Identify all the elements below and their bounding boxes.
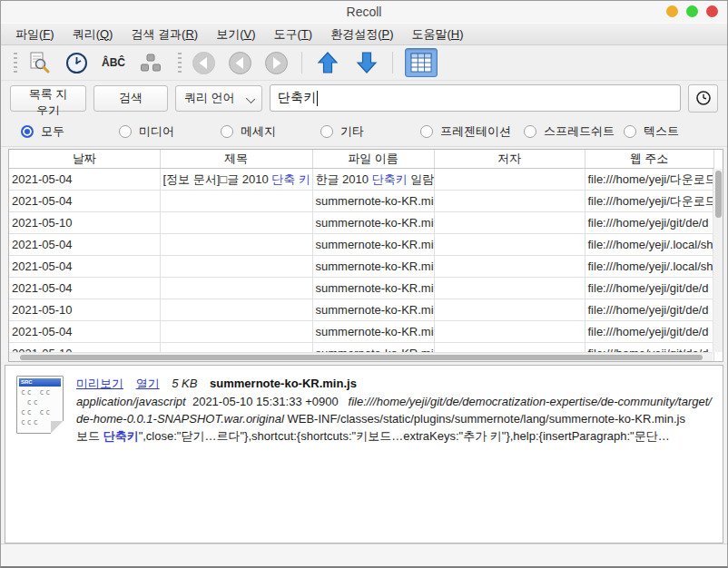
title-cell xyxy=(160,234,312,256)
preview-text: 미리보기 열기 5 KB summernote-ko-KR.min.js app… xyxy=(76,376,712,533)
vertical-scrollbar-thumb[interactable] xyxy=(715,171,722,218)
date-cell: 2021-05-10 xyxy=(9,212,160,234)
modified-date: 2021-05-10 15:31:33 +0900 xyxy=(192,395,339,408)
source-file-icon: SRC cc cc cc cc cc ccc xyxy=(16,376,64,434)
preview-link[interactable]: 미리보기 xyxy=(76,377,123,390)
author-cell xyxy=(434,278,585,299)
menu-item-h[interactable]: 도움말(H) xyxy=(403,24,473,45)
toolbar-grip[interactable] xyxy=(178,53,182,73)
document-history-button[interactable] xyxy=(63,49,90,76)
radio-icon xyxy=(524,125,536,138)
menu-item-p[interactable]: 환경설정(P) xyxy=(321,24,402,45)
maximize-icon[interactable] xyxy=(686,5,698,17)
radio-icon xyxy=(21,125,34,138)
search-button[interactable]: 검색 xyxy=(93,85,168,112)
url-cell: file:///home/yeji/git/de/d xyxy=(585,299,713,321)
url-cell: file:///home/yeji/git/de/d xyxy=(585,321,713,343)
status-bar xyxy=(1,544,727,566)
arrow-right-circle-icon xyxy=(264,51,289,75)
previous-page-button[interactable] xyxy=(226,49,253,76)
filename-cell: summernote-ko-KR.min xyxy=(312,234,434,256)
table-row[interactable]: 2021-05-04[정보 문서]□글 2010 단축 키 일람표한글 2010… xyxy=(9,169,713,191)
date-cell: 2021-05-10 xyxy=(9,299,160,321)
table-row[interactable]: 2021-05-04summernote-ko-KR.minfile:///ho… xyxy=(9,321,713,343)
column-header-3[interactable]: 저자 xyxy=(434,150,585,169)
filename-cell: summernote-ko-KR.min xyxy=(312,256,434,278)
horizontal-scrollbar[interactable] xyxy=(9,352,713,361)
scroll-up-button[interactable] xyxy=(314,49,341,76)
arrow-left-circle-icon xyxy=(192,51,216,75)
advanced-search-button[interactable] xyxy=(25,49,53,76)
arrow-up-icon xyxy=(316,51,339,74)
url-cell: file:///home/yeji/다운로드 xyxy=(585,169,713,191)
table-row[interactable]: 2021-05-04summernote-ko-KR.minfile:///ho… xyxy=(9,191,713,212)
next-page-button[interactable] xyxy=(262,49,290,76)
filter-radio-2[interactable]: 메세지 xyxy=(221,123,276,140)
window-titlebar: Recoll xyxy=(1,1,727,23)
close-icon[interactable] xyxy=(706,5,718,17)
filename-cell: summernote-ko-KR.min xyxy=(312,212,434,234)
scroll-down-button[interactable] xyxy=(353,49,380,76)
file-name: summernote-ko-KR.min.js xyxy=(210,377,357,390)
table-row[interactable]: 2021-05-10summernote-ko-KR.minfile:///ho… xyxy=(9,212,713,234)
filter-radio-4[interactable]: 프레젠테이션 xyxy=(420,123,511,140)
table-row[interactable]: 2021-05-04summernote-ko-KR.minfile:///ho… xyxy=(9,234,713,256)
filter-radio-5[interactable]: 스프레드쉬트 xyxy=(524,123,615,140)
menu-item-v[interactable]: 보기(V) xyxy=(207,24,264,45)
menu-item-t[interactable]: 도구(T) xyxy=(265,24,322,45)
column-header-2[interactable]: 파일 이름 xyxy=(312,150,434,169)
category-blocks-icon xyxy=(140,52,162,73)
menu-item-r[interactable]: 검색 결과(R) xyxy=(122,24,207,45)
search-history-button[interactable] xyxy=(688,84,718,113)
title-cell xyxy=(160,321,312,343)
toolbar: ÂBĈ xyxy=(1,45,727,81)
menubar: 파일(F)쿼리(Q)검색 결과(R)보기(V)도구(T)환경설정(P)도움말(H… xyxy=(1,23,727,45)
query-mode-select[interactable]: 쿼리 언어 xyxy=(175,85,262,112)
column-header-4[interactable]: 웹 주소 xyxy=(585,150,713,169)
term-explorer-button[interactable]: ÂBĈ xyxy=(100,49,127,76)
author-cell xyxy=(434,191,585,212)
url-cell: file:///home/yeji/git/de/d xyxy=(585,212,713,234)
radio-icon xyxy=(320,125,333,138)
table-row[interactable]: 2021-05-04summernote-ko-KR.minfile:///ho… xyxy=(9,256,713,278)
filter-radio-0[interactable]: 모두 xyxy=(21,123,64,140)
vertical-scrollbar[interactable] xyxy=(713,169,723,352)
minimize-icon[interactable] xyxy=(666,5,678,17)
column-header-1[interactable]: 제목 xyxy=(160,150,312,169)
filter-label: 기타 xyxy=(340,123,364,140)
clear-list-button[interactable]: 목록 지우기 xyxy=(10,85,86,112)
title-cell xyxy=(160,256,312,278)
results-tbody: 2021-05-04[정보 문서]□글 2010 단축 키 일람표한글 2010… xyxy=(9,169,713,363)
results-area: 날짜제목파일 이름저자웹 주소 2021-05-04[정보 문서]□글 2010… xyxy=(8,149,723,362)
filter-radio-1[interactable]: 미디어 xyxy=(119,123,174,140)
filter-radio-6[interactable]: 텍스트 xyxy=(624,123,679,140)
author-cell xyxy=(434,169,585,191)
search-input[interactable]: 단축키 xyxy=(270,84,681,112)
column-header-0[interactable]: 날짜 xyxy=(9,150,160,169)
open-link[interactable]: 열기 xyxy=(136,377,160,390)
horizontal-scrollbar-thumb[interactable] xyxy=(20,355,703,360)
filter-label: 미디어 xyxy=(139,123,174,140)
menu-item-q[interactable]: 쿼리(Q) xyxy=(64,24,123,45)
snippet-text: 보드 단축키",close:"닫기…르다"},shortcut:{shortcu… xyxy=(76,428,712,446)
table-icon xyxy=(410,53,432,73)
toolbar-separator xyxy=(392,52,393,73)
folded-corner xyxy=(51,421,64,434)
radio-icon xyxy=(221,125,233,138)
sort-parameters-button[interactable] xyxy=(137,49,164,76)
filter-label: 모두 xyxy=(41,123,64,140)
author-cell xyxy=(434,212,585,234)
toolbar-grip[interactable] xyxy=(14,53,17,73)
results-table-toggle-button[interactable] xyxy=(405,48,438,77)
file-icon-texture: cc xyxy=(21,398,59,407)
date-cell: 2021-05-04 xyxy=(9,278,160,299)
results-header-row: 날짜제목파일 이름저자웹 주소 xyxy=(9,150,713,169)
table-row[interactable]: 2021-05-10summernote-ko-KR.minfile:///ho… xyxy=(9,299,713,321)
filename-cell: summernote-ko-KR.min xyxy=(312,278,434,299)
table-row[interactable]: 2021-05-04summernote-ko-KR.minfile:///ho… xyxy=(9,278,713,299)
title-cell: [정보 문서]□글 2010 단축 키 일람표 xyxy=(160,169,312,191)
menu-item-f[interactable]: 파일(F) xyxy=(6,24,64,45)
first-page-button[interactable] xyxy=(190,49,217,76)
filter-radio-3[interactable]: 기타 xyxy=(320,123,364,140)
date-cell: 2021-05-04 xyxy=(9,321,160,343)
